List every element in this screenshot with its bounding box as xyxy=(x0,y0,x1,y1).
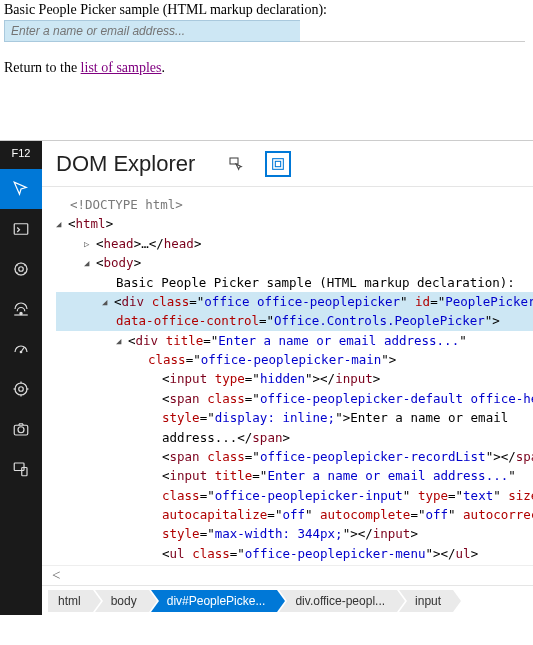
breadcrumb-item[interactable]: input xyxy=(399,590,453,612)
page-title: Basic People Picker sample (HTML markup … xyxy=(4,2,529,18)
camera-icon[interactable] xyxy=(0,409,42,449)
debugger-icon[interactable] xyxy=(0,249,42,289)
performance-icon[interactable] xyxy=(0,329,42,369)
svg-point-8 xyxy=(19,387,24,392)
devtools-toolbar: DOM Explorer xyxy=(42,141,533,187)
toolbar-title: DOM Explorer xyxy=(56,151,195,177)
breadcrumb-item[interactable]: body xyxy=(95,590,149,612)
svg-point-2 xyxy=(19,267,24,272)
dom-explorer-icon[interactable] xyxy=(0,169,42,209)
svg-point-3 xyxy=(20,312,22,314)
select-element-icon[interactable] xyxy=(223,151,249,177)
horizontal-scrollbar[interactable]: < > xyxy=(42,565,533,585)
console-icon[interactable] xyxy=(0,209,42,249)
svg-rect-18 xyxy=(273,158,284,169)
f12-label: F12 xyxy=(12,147,31,159)
dom-tree[interactable]: <!DOCTYPE html> ◢<html> ▷<head>…</head> … xyxy=(42,187,533,565)
svg-rect-15 xyxy=(14,463,24,471)
devtools-rail: F12 xyxy=(0,141,42,615)
return-line: Return to the list of samples. xyxy=(4,60,529,76)
breadcrumb-item[interactable]: div#PeoplePicke... xyxy=(151,590,278,612)
devtools-panel: F12 DOM Explorer <!DOCTYPE html> ◢<html>… xyxy=(0,140,533,615)
network-icon[interactable] xyxy=(0,289,42,329)
breadcrumb-item[interactable]: div.office-peopl... xyxy=(279,590,397,612)
breadcrumb-item[interactable]: html xyxy=(48,590,93,612)
svg-rect-0 xyxy=(14,224,28,235)
svg-rect-17 xyxy=(230,158,238,164)
svg-point-1 xyxy=(15,263,27,275)
svg-point-14 xyxy=(18,427,24,433)
svg-point-6 xyxy=(20,351,22,353)
list-of-samples-link[interactable]: list of samples xyxy=(81,60,162,75)
highlight-icon[interactable] xyxy=(265,151,291,177)
scroll-left-icon[interactable]: < xyxy=(52,567,60,584)
emulation-icon[interactable] xyxy=(0,449,42,489)
svg-point-7 xyxy=(15,383,27,395)
memory-icon[interactable] xyxy=(0,369,42,409)
picker-underline xyxy=(300,20,525,42)
people-picker-input[interactable] xyxy=(4,20,300,42)
svg-rect-19 xyxy=(276,161,281,166)
breadcrumb: htmlbodydiv#PeoplePicke...div.office-peo… xyxy=(42,585,533,615)
